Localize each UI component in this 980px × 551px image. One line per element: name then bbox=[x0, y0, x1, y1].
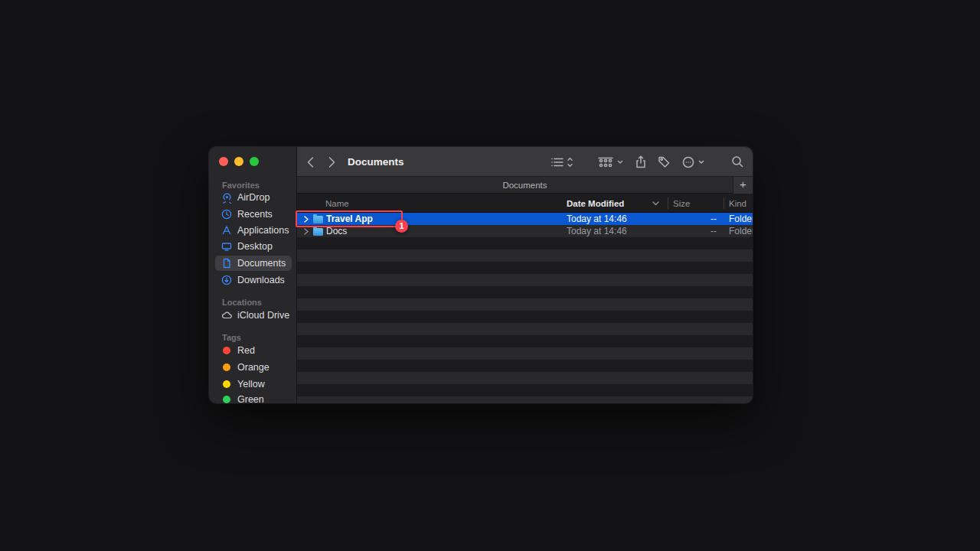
forward-button[interactable] bbox=[328, 147, 336, 177]
sidebar-item-documents[interactable]: Documents bbox=[215, 256, 292, 271]
sidebar: Favorites AirDrop Recents bbox=[209, 147, 297, 403]
toolbar: Documents bbox=[297, 147, 753, 177]
sidebar-section-favorites: Favorites bbox=[222, 180, 260, 191]
share-icon[interactable] bbox=[635, 147, 647, 177]
green-tag-icon bbox=[220, 393, 234, 403]
download-icon bbox=[220, 273, 234, 287]
file-date-modified: Today at 14:46 bbox=[567, 213, 627, 225]
toolbar-title: Documents bbox=[348, 147, 404, 177]
sidebar-item-label: Red bbox=[237, 345, 255, 356]
desktop-background: Favorites AirDrop Recents bbox=[0, 0, 980, 551]
file-kind: Folder bbox=[729, 225, 753, 237]
minimize-window-button[interactable] bbox=[234, 157, 243, 166]
group-by-button[interactable] bbox=[597, 147, 625, 177]
clock-icon bbox=[220, 207, 234, 221]
sidebar-tag-orange[interactable]: Orange bbox=[215, 360, 292, 375]
sidebar-section-locations: Locations bbox=[222, 297, 262, 308]
sidebar-item-label: Downloads bbox=[237, 275, 285, 285]
desktop-icon bbox=[220, 240, 234, 253]
annotation-highlight-rectangle bbox=[296, 210, 403, 227]
tab-documents[interactable]: Documents bbox=[502, 181, 547, 190]
sidebar-section-tags: Tags bbox=[222, 332, 241, 343]
sidebar-item-label: Green bbox=[237, 394, 264, 403]
orange-tag-icon bbox=[220, 360, 234, 374]
sidebar-tag-red[interactable]: Red bbox=[215, 343, 292, 358]
more-actions-button[interactable] bbox=[682, 147, 707, 177]
sidebar-item-downloads[interactable]: Downloads bbox=[215, 272, 292, 288]
main-pane: Documents bbox=[297, 147, 753, 403]
sidebar-item-label: Documents bbox=[237, 258, 286, 269]
sidebar-item-label: AirDrop bbox=[237, 192, 270, 203]
close-window-button[interactable] bbox=[219, 157, 228, 166]
sidebar-item-label: iCloud Drive bbox=[237, 310, 289, 321]
sidebar-item-label: Yellow bbox=[237, 379, 265, 390]
column-header-date-modified[interactable]: Date Modified bbox=[567, 194, 624, 213]
sidebar-item-recents[interactable]: Recents bbox=[215, 207, 292, 222]
file-kind: Folder bbox=[729, 213, 753, 225]
file-size: -- bbox=[673, 225, 717, 237]
column-divider[interactable] bbox=[724, 197, 724, 209]
sidebar-item-label: Orange bbox=[237, 362, 270, 373]
document-icon bbox=[220, 256, 234, 270]
file-list: Travel App Today at 14:46 -- Folder Docs… bbox=[297, 213, 753, 403]
column-header-size[interactable]: Size bbox=[673, 194, 690, 213]
sidebar-item-applications[interactable]: Applications bbox=[215, 223, 292, 238]
sidebar-tag-yellow[interactable]: Yellow bbox=[215, 377, 292, 392]
zoom-window-button[interactable] bbox=[250, 157, 259, 166]
file-size: -- bbox=[673, 213, 717, 225]
search-icon[interactable] bbox=[731, 147, 744, 177]
column-divider[interactable] bbox=[668, 197, 668, 209]
sidebar-item-label: Desktop bbox=[237, 241, 273, 252]
sidebar-tag-green[interactable]: Green bbox=[215, 392, 292, 403]
cloud-icon bbox=[220, 308, 234, 322]
applications-icon bbox=[220, 223, 234, 237]
window-controls bbox=[219, 157, 259, 166]
sidebar-item-airdrop[interactable]: AirDrop bbox=[215, 190, 292, 205]
airdrop-icon bbox=[220, 191, 234, 204]
file-date-modified: Today at 14:46 bbox=[567, 225, 627, 237]
red-tag-icon bbox=[220, 344, 234, 357]
new-tab-button[interactable]: + bbox=[733, 177, 753, 194]
column-header-kind[interactable]: Kind bbox=[729, 194, 746, 213]
tab-bar: Documents + bbox=[297, 177, 753, 194]
tag-icon[interactable] bbox=[658, 147, 671, 177]
back-button[interactable] bbox=[306, 147, 315, 177]
sidebar-item-desktop[interactable]: Desktop bbox=[215, 239, 292, 254]
finder-window: Favorites AirDrop Recents bbox=[209, 147, 753, 403]
sidebar-item-label: Recents bbox=[237, 209, 273, 220]
sort-chevron-down-icon[interactable] bbox=[652, 194, 659, 213]
sidebar-item-label: Applications bbox=[237, 225, 289, 236]
sidebar-item-icloud-drive[interactable]: iCloud Drive bbox=[215, 308, 292, 323]
yellow-tag-icon bbox=[220, 377, 234, 391]
annotation-step-badge: 1 bbox=[395, 220, 408, 233]
view-mode-button[interactable] bbox=[550, 147, 576, 177]
